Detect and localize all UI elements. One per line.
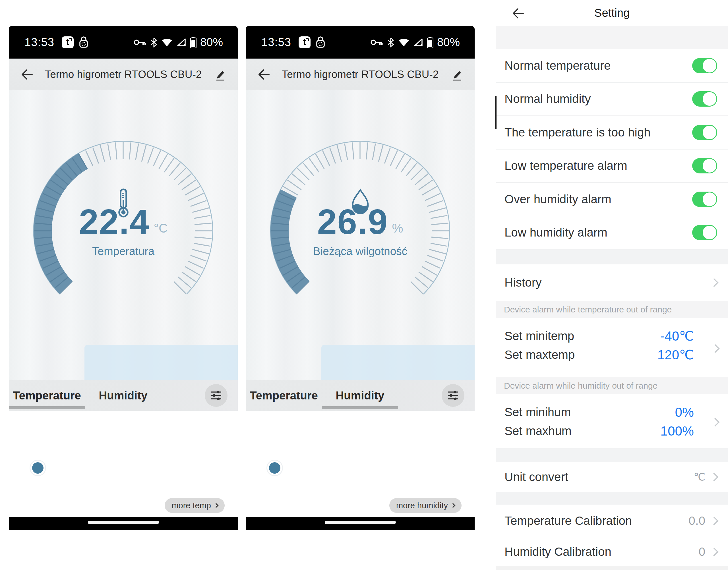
toggle-row-low-temp-alarm: Low temperature alarm — [496, 150, 728, 183]
battery-icon — [190, 37, 197, 48]
maxtemp-value: 120℃ — [658, 347, 694, 362]
toggle-row-temp-too-high: The temperature is too high — [496, 116, 728, 150]
android-gesture-bar — [246, 517, 475, 530]
app-nav-bar: Termo higrometr RTOOLS CBU-2 — [246, 58, 475, 90]
chart-area: more temp — [9, 411, 238, 517]
set-maxtemp-label: Set maxtemp — [504, 348, 575, 362]
gauge-value: 22.4 °C — [9, 201, 238, 243]
screenshot-canvas: 13:53 t — [0, 0, 728, 570]
bluetooth-icon — [150, 37, 158, 47]
chart-filter-button[interactable] — [205, 384, 228, 407]
gauge-screen: 22.4 °C Temperatura — [9, 90, 238, 380]
humidity-range-setting[interactable]: Set minihum 0% Set maxhum 100% — [496, 394, 728, 448]
chart-area: more humidity — [246, 411, 475, 517]
section-spacer — [496, 448, 728, 462]
home-indicator[interactable] — [88, 521, 159, 524]
more-humidity-button[interactable]: more humidity — [389, 498, 462, 513]
temperature-calibration-row[interactable]: Temperature Calibration 0.0 — [496, 505, 728, 537]
set-minitemp-label: Set minitemp — [504, 329, 574, 343]
toggle-row-low-humidity-alarm: Low humidity alarm — [496, 216, 728, 250]
gauge-value: 26.9 % — [246, 201, 475, 243]
humidity-alarm-section-header: Device alarm while humidity out of range — [496, 377, 728, 394]
tuya-app-icon: t — [62, 36, 74, 48]
tab-temperature[interactable]: Temperature — [246, 389, 322, 402]
set-minihum-label: Set minihum — [504, 405, 571, 419]
section-spacer — [496, 566, 728, 570]
battery-percent: 80% — [437, 36, 460, 49]
humidity-calibration-row[interactable]: Humidity Calibration 0 — [496, 537, 728, 566]
tab-humidity[interactable]: Humidity — [322, 389, 398, 402]
gauge-label: Temperatura — [9, 245, 238, 258]
chart-data-dot — [269, 462, 280, 474]
background-photo-block — [84, 345, 238, 380]
tab-temperature[interactable]: Temperature — [9, 389, 85, 402]
chart-filter-button[interactable] — [442, 384, 464, 407]
temp-range-setting[interactable]: Set minitemp -40℃ Set maxtemp 120℃ — [496, 318, 728, 377]
set-maxhum-label: Set maxhum — [504, 424, 571, 438]
wifi-icon — [161, 38, 173, 47]
app-nav-bar: Termo higrometr RTOOLS CBU-2 — [9, 58, 238, 90]
toggle-on[interactable] — [692, 58, 717, 73]
chevron-right-icon — [710, 278, 718, 287]
bluetooth-icon — [387, 37, 395, 47]
chevron-right-icon — [710, 547, 718, 556]
cell-signal-icon — [413, 38, 424, 47]
active-tab-indicator — [322, 406, 398, 409]
phone-screenshot-temperature: 13:53 t — [9, 26, 238, 530]
settings-header: Setting — [496, 0, 728, 26]
unit-value: ℃ — [694, 471, 705, 483]
toggle-row-normal-temperature: Normal temperature — [496, 49, 728, 83]
more-temp-button[interactable]: more temp — [165, 498, 225, 513]
wifi-icon — [398, 38, 410, 47]
battery-percent: 80% — [200, 36, 223, 49]
fingerprint-lock-icon — [78, 36, 89, 49]
section-spacer — [496, 492, 728, 505]
unit-convert-row[interactable]: Unit convert ℃ — [496, 462, 728, 492]
status-bar: 13:53 t — [246, 26, 475, 58]
device-title: Termo higrometr RTOOLS CBU-2 — [246, 68, 475, 80]
temperature-value: 22.4 — [79, 202, 150, 242]
toggle-on[interactable] — [692, 91, 717, 106]
humidity-unit: % — [392, 221, 403, 235]
chevron-right-icon — [214, 503, 219, 508]
humidity-calibration-value: 0 — [699, 545, 705, 559]
vpn-key-icon — [134, 38, 147, 47]
background-photo-block — [321, 345, 475, 380]
android-gesture-bar — [9, 517, 238, 530]
toggle-on[interactable] — [692, 158, 717, 174]
history-row[interactable]: History — [496, 264, 728, 301]
section-spacer — [496, 26, 728, 49]
minihum-value: 0% — [675, 404, 694, 420]
toggle-on[interactable] — [692, 225, 717, 240]
minitemp-value: -40℃ — [660, 328, 694, 344]
vpn-key-icon — [370, 38, 383, 47]
toggle-row-over-humidity-alarm: Over humidity alarm — [496, 183, 728, 216]
toggle-on[interactable] — [692, 125, 717, 140]
toggle-on[interactable] — [692, 192, 717, 207]
cell-signal-icon — [176, 38, 187, 47]
clock: 13:53 — [261, 36, 291, 49]
back-icon[interactable] — [511, 6, 525, 20]
sliders-icon — [447, 389, 460, 402]
status-bar: 13:53 t — [9, 26, 238, 58]
tab-bar: Temperature Humidity — [9, 380, 238, 411]
phone-screenshot-humidity: 13:53 t — [246, 26, 475, 530]
tab-humidity[interactable]: Humidity — [85, 389, 161, 402]
tuya-app-icon: t — [299, 36, 310, 48]
fingerprint-lock-icon — [315, 36, 326, 49]
humidity-value: 26.9 — [317, 202, 388, 242]
home-indicator[interactable] — [325, 521, 396, 524]
temp-calibration-value: 0.0 — [689, 514, 705, 528]
section-spacer — [496, 250, 728, 264]
page-title: Setting — [496, 7, 728, 19]
chevron-right-icon — [451, 503, 456, 508]
maxhum-value: 100% — [660, 423, 694, 439]
text-cursor-artifact — [495, 96, 497, 129]
tab-bar: Temperature Humidity — [246, 380, 475, 411]
device-title: Termo higrometr RTOOLS CBU-2 — [9, 68, 238, 80]
battery-icon — [427, 37, 433, 48]
toggle-row-normal-humidity: Normal humidity — [496, 83, 728, 116]
gauge-label: Bieżąca wilgotność — [246, 245, 475, 258]
gauge-screen: 26.9 % Bieżąca wilgotność — [246, 90, 475, 380]
chevron-right-icon — [710, 473, 718, 481]
